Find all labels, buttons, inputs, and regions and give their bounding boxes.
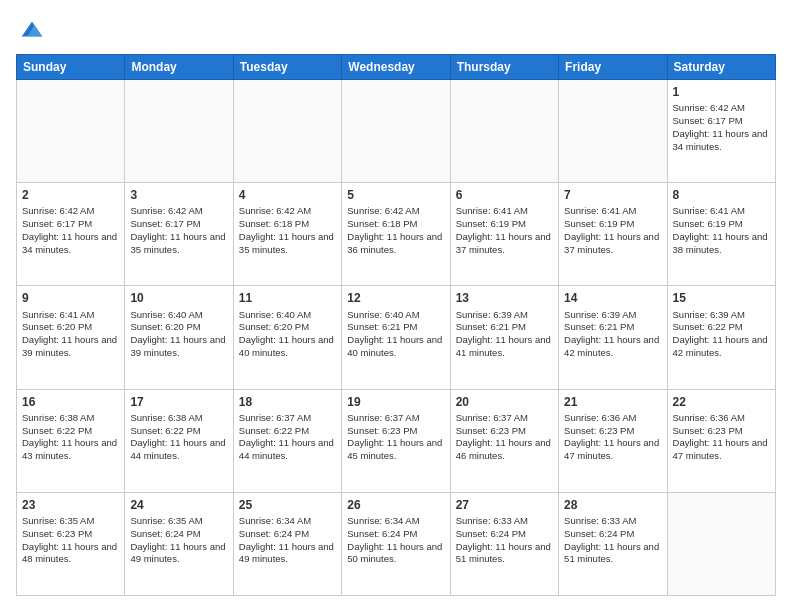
calendar-cell: 8Sunrise: 6:41 AMSunset: 6:19 PMDaylight…: [667, 183, 775, 286]
calendar-cell: 12Sunrise: 6:40 AMSunset: 6:21 PMDayligh…: [342, 286, 450, 389]
sunrise-text: Sunrise: 6:34 AM: [347, 515, 419, 526]
daylight-text: Daylight: 11 hours and 40 minutes.: [239, 334, 334, 358]
day-number: 20: [456, 394, 553, 410]
logo: [16, 16, 46, 44]
sunrise-text: Sunrise: 6:40 AM: [347, 309, 419, 320]
day-number: 5: [347, 187, 444, 203]
weekday-header: Thursday: [450, 55, 558, 80]
daylight-text: Daylight: 11 hours and 49 minutes.: [239, 541, 334, 565]
day-number: 7: [564, 187, 661, 203]
calendar-cell: 27Sunrise: 6:33 AMSunset: 6:24 PMDayligh…: [450, 492, 558, 595]
day-number: 21: [564, 394, 661, 410]
daylight-text: Daylight: 11 hours and 38 minutes.: [673, 231, 768, 255]
daylight-text: Daylight: 11 hours and 43 minutes.: [22, 437, 117, 461]
day-number: 13: [456, 290, 553, 306]
sunrise-text: Sunrise: 6:39 AM: [564, 309, 636, 320]
day-number: 18: [239, 394, 336, 410]
sunrise-text: Sunrise: 6:40 AM: [130, 309, 202, 320]
sunset-text: Sunset: 6:20 PM: [239, 321, 309, 332]
daylight-text: Daylight: 11 hours and 35 minutes.: [239, 231, 334, 255]
calendar-cell: [233, 80, 341, 183]
sunset-text: Sunset: 6:21 PM: [347, 321, 417, 332]
sunset-text: Sunset: 6:20 PM: [130, 321, 200, 332]
calendar-cell: 18Sunrise: 6:37 AMSunset: 6:22 PMDayligh…: [233, 389, 341, 492]
daylight-text: Daylight: 11 hours and 37 minutes.: [456, 231, 551, 255]
sunrise-text: Sunrise: 6:41 AM: [22, 309, 94, 320]
sunrise-text: Sunrise: 6:37 AM: [347, 412, 419, 423]
calendar-week-row: 23Sunrise: 6:35 AMSunset: 6:23 PMDayligh…: [17, 492, 776, 595]
sunset-text: Sunset: 6:24 PM: [564, 528, 634, 539]
calendar-cell: [17, 80, 125, 183]
day-number: 22: [673, 394, 770, 410]
logo-icon: [18, 16, 46, 44]
sunset-text: Sunset: 6:23 PM: [564, 425, 634, 436]
daylight-text: Daylight: 11 hours and 47 minutes.: [673, 437, 768, 461]
sunrise-text: Sunrise: 6:37 AM: [456, 412, 528, 423]
sunrise-text: Sunrise: 6:41 AM: [673, 205, 745, 216]
sunrise-text: Sunrise: 6:42 AM: [347, 205, 419, 216]
weekday-header: Tuesday: [233, 55, 341, 80]
day-number: 12: [347, 290, 444, 306]
sunrise-text: Sunrise: 6:36 AM: [673, 412, 745, 423]
calendar-cell: 15Sunrise: 6:39 AMSunset: 6:22 PMDayligh…: [667, 286, 775, 389]
day-number: 23: [22, 497, 119, 513]
day-number: 2: [22, 187, 119, 203]
calendar-cell: [667, 492, 775, 595]
sunrise-text: Sunrise: 6:39 AM: [456, 309, 528, 320]
calendar-body: 1Sunrise: 6:42 AMSunset: 6:17 PMDaylight…: [17, 80, 776, 596]
calendar-cell: 4Sunrise: 6:42 AMSunset: 6:18 PMDaylight…: [233, 183, 341, 286]
calendar-cell: 9Sunrise: 6:41 AMSunset: 6:20 PMDaylight…: [17, 286, 125, 389]
sunset-text: Sunset: 6:23 PM: [22, 528, 92, 539]
sunset-text: Sunset: 6:23 PM: [347, 425, 417, 436]
sunset-text: Sunset: 6:22 PM: [22, 425, 92, 436]
day-number: 6: [456, 187, 553, 203]
day-number: 24: [130, 497, 227, 513]
weekday-header: Monday: [125, 55, 233, 80]
daylight-text: Daylight: 11 hours and 46 minutes.: [456, 437, 551, 461]
calendar-table: SundayMondayTuesdayWednesdayThursdayFrid…: [16, 54, 776, 596]
calendar-cell: 19Sunrise: 6:37 AMSunset: 6:23 PMDayligh…: [342, 389, 450, 492]
daylight-text: Daylight: 11 hours and 45 minutes.: [347, 437, 442, 461]
sunrise-text: Sunrise: 6:42 AM: [22, 205, 94, 216]
calendar-cell: 16Sunrise: 6:38 AMSunset: 6:22 PMDayligh…: [17, 389, 125, 492]
day-number: 8: [673, 187, 770, 203]
sunset-text: Sunset: 6:22 PM: [239, 425, 309, 436]
sunrise-text: Sunrise: 6:34 AM: [239, 515, 311, 526]
calendar-cell: [125, 80, 233, 183]
daylight-text: Daylight: 11 hours and 35 minutes.: [130, 231, 225, 255]
sunset-text: Sunset: 6:21 PM: [564, 321, 634, 332]
sunrise-text: Sunrise: 6:33 AM: [564, 515, 636, 526]
sunset-text: Sunset: 6:24 PM: [239, 528, 309, 539]
daylight-text: Daylight: 11 hours and 42 minutes.: [673, 334, 768, 358]
daylight-text: Daylight: 11 hours and 44 minutes.: [130, 437, 225, 461]
sunset-text: Sunset: 6:23 PM: [673, 425, 743, 436]
calendar-cell: [450, 80, 558, 183]
daylight-text: Daylight: 11 hours and 49 minutes.: [130, 541, 225, 565]
weekday-row: SundayMondayTuesdayWednesdayThursdayFrid…: [17, 55, 776, 80]
sunset-text: Sunset: 6:24 PM: [456, 528, 526, 539]
sunrise-text: Sunrise: 6:37 AM: [239, 412, 311, 423]
sunset-text: Sunset: 6:18 PM: [347, 218, 417, 229]
day-number: 4: [239, 187, 336, 203]
sunset-text: Sunset: 6:22 PM: [673, 321, 743, 332]
calendar-cell: 21Sunrise: 6:36 AMSunset: 6:23 PMDayligh…: [559, 389, 667, 492]
sunrise-text: Sunrise: 6:41 AM: [564, 205, 636, 216]
sunrise-text: Sunrise: 6:42 AM: [130, 205, 202, 216]
calendar-week-row: 2Sunrise: 6:42 AMSunset: 6:17 PMDaylight…: [17, 183, 776, 286]
calendar-cell: 26Sunrise: 6:34 AMSunset: 6:24 PMDayligh…: [342, 492, 450, 595]
calendar-cell: 14Sunrise: 6:39 AMSunset: 6:21 PMDayligh…: [559, 286, 667, 389]
calendar-cell: 22Sunrise: 6:36 AMSunset: 6:23 PMDayligh…: [667, 389, 775, 492]
calendar-header: SundayMondayTuesdayWednesdayThursdayFrid…: [17, 55, 776, 80]
daylight-text: Daylight: 11 hours and 44 minutes.: [239, 437, 334, 461]
sunrise-text: Sunrise: 6:33 AM: [456, 515, 528, 526]
daylight-text: Daylight: 11 hours and 34 minutes.: [22, 231, 117, 255]
calendar-cell: 24Sunrise: 6:35 AMSunset: 6:24 PMDayligh…: [125, 492, 233, 595]
day-number: 17: [130, 394, 227, 410]
calendar-cell: 20Sunrise: 6:37 AMSunset: 6:23 PMDayligh…: [450, 389, 558, 492]
calendar-cell: [559, 80, 667, 183]
sunset-text: Sunset: 6:24 PM: [130, 528, 200, 539]
day-number: 3: [130, 187, 227, 203]
day-number: 28: [564, 497, 661, 513]
calendar-cell: 28Sunrise: 6:33 AMSunset: 6:24 PMDayligh…: [559, 492, 667, 595]
calendar-cell: 17Sunrise: 6:38 AMSunset: 6:22 PMDayligh…: [125, 389, 233, 492]
